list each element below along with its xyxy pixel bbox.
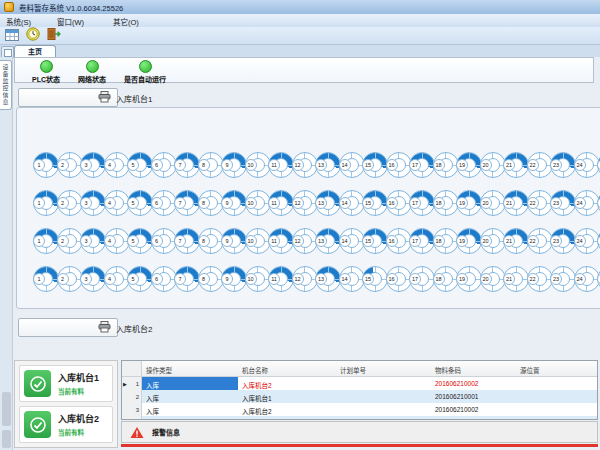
roll-slot: 2 <box>57 266 83 292</box>
table-cell: 入库机台1 <box>238 390 336 403</box>
table-cell: 入库机台2 <box>238 377 336 390</box>
check-icon <box>24 370 51 397</box>
table-cell <box>336 390 431 403</box>
roll-slot: 14 <box>339 152 365 178</box>
roll-slot: 22 <box>527 266 553 292</box>
clock-toolbar-button[interactable] <box>24 28 41 44</box>
table-row[interactable]: 4 <box>122 416 597 420</box>
machine2-label: 入库机台2 <box>116 323 152 334</box>
roll-slot: 11 <box>268 152 294 178</box>
roll-slot: 24 <box>574 228 600 254</box>
roll-slot: 4 <box>104 266 130 292</box>
table-cell <box>238 416 336 420</box>
table-row[interactable]: ▶1入库入库机台2201606210002 <box>122 377 597 390</box>
row-header-gutter <box>122 361 142 376</box>
roll-slot: 18 <box>433 190 459 216</box>
roll-slot: 8 <box>198 266 224 292</box>
machine2-status-card[interactable]: 入库机台2 当前有料 <box>19 406 113 443</box>
queue-table-body: ▶1入库入库机台22016062100022入库入库机台120160621000… <box>122 377 597 420</box>
roll-slot: 11 <box>268 190 294 216</box>
roll-slot: 11 <box>268 228 294 254</box>
printer-icon <box>98 319 111 337</box>
col-plan-no: 计划单号 <box>336 361 431 376</box>
schedule-toolbar-button[interactable] <box>3 28 20 44</box>
table-cell: 入库 <box>142 377 238 390</box>
roll-slot: 2 <box>57 190 83 216</box>
exit-toolbar-button[interactable] <box>45 28 62 44</box>
roll-slot: 8 <box>198 190 224 216</box>
warning-icon <box>130 426 144 439</box>
roll-slot: 5 <box>127 266 153 292</box>
menu-other[interactable]: 其它(O) <box>113 16 139 27</box>
tab-strip: 主页 <box>0 45 600 57</box>
roll-row: 1234567891011121314151617181920212223242… <box>33 228 600 256</box>
roll-slot: 6 <box>151 190 177 216</box>
app-icon <box>4 2 14 12</box>
roll-slot: 8 <box>198 152 224 178</box>
roll-slot: 19 <box>456 190 482 216</box>
menu-window[interactable]: 窗口(W) <box>57 16 84 27</box>
roll-slot: 24 <box>574 152 600 178</box>
table-row[interactable]: 3入库入库机台2201606210002 <box>122 403 597 416</box>
table-cell: 201606210001 <box>431 390 516 403</box>
status-panel: PLC状态 网络状态 是否自动运行 <box>14 57 594 83</box>
plc-status-indicator: PLC状态 <box>23 60 69 84</box>
roll-slot: 16 <box>386 152 412 178</box>
row-header-cell: 4 <box>122 416 142 420</box>
roll-slot: 16 <box>386 266 412 292</box>
roll-slot: 1 <box>33 266 59 292</box>
col-machine-name: 机台名称 <box>238 361 336 376</box>
roll-slot: 20 <box>480 190 506 216</box>
table-cell: 入库 <box>142 390 238 403</box>
roll-slot: 15 <box>362 228 388 254</box>
roll-slot: 1 <box>33 152 59 178</box>
roll-slot: 14 <box>339 228 365 254</box>
alarm-red-line <box>121 444 598 447</box>
app-window: 卷料暂存系统 V1.0.6034.25526 系统(S) 窗口(W) 其它(O)… <box>0 0 600 450</box>
monitor-info-vertical-tab[interactable]: 设备监控信息 <box>0 60 12 110</box>
print-machine1-button[interactable] <box>18 88 118 107</box>
roll-slot: 5 <box>127 152 153 178</box>
roll-slot: 17 <box>409 266 435 292</box>
dock-segment <box>2 430 11 448</box>
auto-run-indicator: 是否自动运行 <box>115 60 175 84</box>
col-op-type: 操作类型 <box>142 361 238 376</box>
table-cell <box>336 403 431 416</box>
table-cell: 入库 <box>142 403 238 416</box>
roll-slot: 22 <box>527 190 553 216</box>
table-cell <box>516 403 597 416</box>
menu-system[interactable]: 系统(S) <box>6 16 31 27</box>
roll-slot: 20 <box>480 266 506 292</box>
roll-slot: 2 <box>57 228 83 254</box>
roll-slot: 2 <box>57 152 83 178</box>
table-row[interactable]: 2入库入库机台1201606210001 <box>122 390 597 403</box>
roll-slot: 9 <box>221 152 247 178</box>
roll-slot: 6 <box>151 266 177 292</box>
table-cell: 入库机台2 <box>238 403 336 416</box>
alarm-bar[interactable]: 报警信息 <box>121 421 598 443</box>
alarm-label: 报警信息 <box>152 427 180 437</box>
roll-slot: 3 <box>80 152 106 178</box>
roll-slot: 16 <box>386 190 412 216</box>
roll-slot: 13 <box>315 266 341 292</box>
roll-slot: 9 <box>221 228 247 254</box>
roll-slot: 10 <box>245 266 271 292</box>
machine1-label: 入库机台1 <box>116 93 152 104</box>
roll-slot: 7 <box>174 152 200 178</box>
roll-slot: 7 <box>174 190 200 216</box>
dock-segment <box>2 392 11 426</box>
roll-slot: 10 <box>245 152 271 178</box>
print-machine2-button[interactable] <box>18 318 118 337</box>
roll-slot: 21 <box>503 266 529 292</box>
machine1-status-card[interactable]: 入库机台1 当前有料 <box>19 365 113 402</box>
roll-slot: 21 <box>503 228 529 254</box>
col-barcode: 物料条码 <box>431 361 516 376</box>
menu-bar: 系统(S) 窗口(W) 其它(O) <box>0 14 600 27</box>
clock-icon <box>26 27 40 45</box>
table-cell <box>431 416 516 420</box>
roll-slot: 24 <box>574 266 600 292</box>
col-source-pos: 源位置 <box>516 361 597 376</box>
roll-slot: 17 <box>409 152 435 178</box>
window-titlebar: 卷料暂存系统 V1.0.6034.25526 <box>0 0 600 14</box>
roll-slot: 23 <box>550 266 576 292</box>
